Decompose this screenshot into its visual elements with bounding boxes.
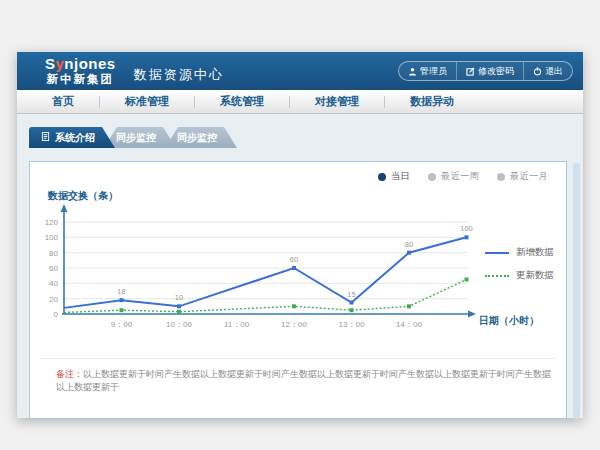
svg-text:11：00: 11：00: [224, 320, 250, 329]
radio-last-month[interactable]: 最近一月: [497, 170, 548, 183]
footnote: 备注：以上数据更新于时间产生数据以上数据更新于时间产生数据以上数据更新于时间产生…: [56, 368, 552, 393]
user-menu: 管理员 修改密码 退出: [398, 61, 573, 81]
tab-label: 同步监控: [116, 131, 156, 145]
logout-label: 退出: [545, 65, 563, 78]
footnote-text: 以上数据更新于时间产生数据以上数据更新于时间产生数据以上数据更新于时间产生数据以…: [56, 369, 551, 392]
svg-text:100: 100: [460, 224, 473, 233]
nav-item-data-change[interactable]: 数据异动: [385, 94, 479, 109]
company-name: 新中新集团: [45, 74, 116, 86]
svg-text:12：00: 12：00: [281, 320, 307, 329]
main-nav: 首页 标准管理 系统管理 对接管理 数据异动: [17, 90, 583, 114]
radio-label: 当日: [391, 170, 410, 183]
svg-text:80: 80: [405, 240, 413, 249]
tab-system-intro[interactable]: 系统介绍: [29, 127, 115, 148]
change-password-label: 修改密码: [478, 65, 514, 78]
tab-label: 系统介绍: [55, 131, 95, 145]
logout-button[interactable]: 退出: [523, 62, 572, 80]
document-icon: [41, 132, 50, 143]
radio-label: 最近一月: [510, 170, 548, 183]
legend-new-data: 新增数据: [485, 246, 554, 259]
nav-item-system-mgmt[interactable]: 系统管理: [195, 94, 289, 109]
legend-label: 更新数据: [516, 269, 554, 282]
content-area: 系统介绍 同步监控 同步监控 当日 最近一周: [17, 127, 583, 430]
legend-label: 新增数据: [516, 246, 554, 259]
nav-item-interface-mgmt[interactable]: 对接管理: [290, 94, 384, 109]
svg-text:0: 0: [54, 310, 59, 319]
tab-bar: 系统介绍 同步监控 同步监控: [29, 127, 583, 148]
user-label: 管理员: [420, 65, 447, 78]
dotted-line-icon: [485, 275, 509, 277]
chart-legend: 新增数据 更新数据: [485, 246, 554, 292]
line-chart: 0204060801001209：0010：0011：0012：0013：001…: [38, 190, 558, 340]
svg-text:14：00: 14：00: [396, 320, 422, 329]
svg-text:60: 60: [290, 255, 298, 264]
brand-post: njones: [64, 55, 115, 72]
app-window: Synjones 新中新集团 数据资源中心 管理员 修改密码 退出: [17, 52, 583, 418]
svg-text:9：00: 9：00: [111, 320, 133, 329]
solid-line-icon: [485, 252, 509, 254]
tab-sync-monitor-1[interactable]: 同步监控: [104, 127, 176, 148]
svg-text:20: 20: [49, 295, 58, 304]
svg-text:13：00: 13：00: [339, 320, 365, 329]
change-password-button[interactable]: 修改密码: [456, 62, 523, 80]
current-user-button[interactable]: 管理员: [399, 62, 456, 80]
brand-name: Synjones: [45, 56, 116, 71]
svg-text:120: 120: [45, 218, 59, 227]
svg-text:10：00: 10：00: [166, 320, 192, 329]
page-title: 数据资源中心: [134, 66, 224, 84]
svg-text:80: 80: [49, 249, 58, 258]
brand-pre: S: [45, 55, 56, 72]
radio-today[interactable]: 当日: [378, 170, 410, 183]
svg-text:数据交换（条）: 数据交换（条）: [47, 190, 118, 201]
svg-text:40: 40: [49, 279, 58, 288]
radio-dot-icon: [497, 173, 505, 181]
svg-text:日期（小时）: 日期（小时）: [479, 315, 539, 326]
svg-text:60: 60: [49, 264, 58, 273]
time-range-filter: 当日 最近一周 最近一月: [378, 170, 548, 183]
chart-panel: 当日 最近一周 最近一月 0204060801001209：0010：0011：…: [29, 161, 567, 419]
svg-text:10: 10: [175, 293, 183, 302]
svg-text:18: 18: [117, 287, 125, 296]
radio-dot-icon: [378, 173, 386, 181]
svg-text:15: 15: [347, 290, 355, 299]
edit-icon: [466, 67, 475, 76]
radio-dot-icon: [428, 173, 436, 181]
svg-text:100: 100: [45, 233, 59, 242]
radio-label: 最近一周: [441, 170, 479, 183]
radio-last-week[interactable]: 最近一周: [428, 170, 479, 183]
tab-sync-monitor-2[interactable]: 同步监控: [165, 127, 237, 148]
scrollbar[interactable]: [573, 163, 580, 419]
tab-label: 同步监控: [177, 131, 217, 145]
company-logo: Synjones 新中新集团: [45, 56, 116, 86]
user-icon: [408, 67, 417, 76]
chart-container: 0204060801001209：0010：0011：0012：0013：001…: [38, 190, 558, 344]
app-header: Synjones 新中新集团 数据资源中心 管理员 修改密码 退出: [17, 52, 583, 90]
footnote-prefix: 备注：: [56, 369, 83, 379]
nav-item-home[interactable]: 首页: [27, 94, 99, 109]
divider: [40, 358, 556, 359]
page: { "header": { "logo": { "brand_pre": "S"…: [0, 0, 600, 450]
nav-item-standard-mgmt[interactable]: 标准管理: [100, 94, 194, 109]
legend-update-data: 更新数据: [485, 269, 554, 282]
logout-icon: [533, 67, 542, 76]
